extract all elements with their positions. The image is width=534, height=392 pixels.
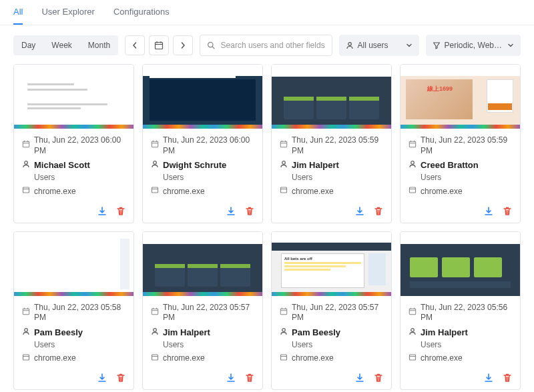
calendar-icon: [280, 140, 288, 151]
screenshot-card[interactable]: All bets are off Thu, Jun 22, 2023 05:57…: [271, 231, 392, 391]
toolbar: Day Week Month All users Periodic, Web…: [0, 25, 534, 64]
delete-button[interactable]: [244, 372, 256, 384]
delete-button[interactable]: [244, 205, 256, 217]
svg-rect-47: [152, 355, 158, 360]
delete-button[interactable]: [501, 372, 513, 384]
user-row: Dwight Schrute: [151, 160, 254, 171]
download-button[interactable]: [225, 205, 237, 217]
user-icon: [409, 160, 417, 171]
app-icon: [22, 186, 30, 197]
user-icon: [280, 327, 288, 339]
app-row: chrome.exe: [22, 186, 125, 197]
search-input[interactable]: [221, 41, 325, 50]
calendar-icon: [409, 307, 417, 319]
svg-point-39: [25, 329, 28, 332]
next-button[interactable]: [173, 35, 193, 55]
calendar-icon: [22, 140, 30, 151]
user-row: Michael Scott: [22, 160, 125, 171]
prev-button[interactable]: [125, 35, 145, 55]
delete-button[interactable]: [372, 205, 384, 217]
download-button[interactable]: [483, 372, 495, 384]
app-name: chrome.exe: [163, 187, 205, 197]
timestamp-row: Thu, Jun 22, 2023 05:59 PM: [409, 135, 512, 156]
calendar-icon: [151, 307, 159, 319]
app-row: chrome.exe: [22, 353, 125, 365]
app-icon: [151, 353, 159, 365]
svg-rect-35: [23, 309, 29, 315]
username: Jim Halpert: [292, 160, 339, 171]
timestamp-row: Thu, Jun 22, 2023 05:58 PM: [22, 303, 125, 323]
time-day-button[interactable]: Day: [13, 35, 43, 55]
user-filter-dropdown[interactable]: All users: [339, 35, 419, 56]
user-row: Pam Beesly: [22, 327, 125, 339]
screenshot-card[interactable]: 線上1699 Thu, Jun 22, 2023 05:59 PM Creed …: [400, 64, 521, 223]
time-range-group: Day Week Month: [13, 35, 118, 55]
app-name: chrome.exe: [421, 353, 463, 364]
svg-rect-61: [410, 355, 416, 360]
user-row: Jim Halpert: [151, 327, 254, 339]
tab-user-explorer[interactable]: User Explorer: [41, 7, 94, 25]
username: Jim Halpert: [163, 327, 210, 339]
svg-rect-49: [280, 309, 286, 315]
delete-button[interactable]: [372, 372, 384, 384]
download-button[interactable]: [96, 205, 108, 217]
calendar-icon: [151, 140, 159, 151]
timestamp: Thu, Jun 22, 2023 05:57 PM: [163, 303, 254, 323]
app-name: chrome.exe: [292, 353, 334, 364]
svg-point-60: [411, 329, 415, 332]
download-button[interactable]: [354, 205, 366, 217]
tab-configurations[interactable]: Configurations: [113, 7, 170, 25]
username: Dwight Schrute: [163, 160, 226, 171]
screenshot-card[interactable]: Thu, Jun 22, 2023 06:00 PM Michael Scott…: [13, 64, 134, 223]
app-icon: [280, 186, 288, 197]
svg-point-11: [25, 161, 28, 165]
app-icon: [22, 353, 30, 365]
time-week-button[interactable]: Week: [43, 35, 79, 55]
timestamp-row: Thu, Jun 22, 2023 05:56 PM: [409, 303, 512, 323]
chevron-down-icon: [507, 42, 514, 49]
tab-all[interactable]: All: [13, 7, 23, 25]
time-month-button[interactable]: Month: [80, 35, 118, 55]
download-button[interactable]: [354, 372, 366, 384]
download-button[interactable]: [96, 372, 108, 384]
svg-rect-12: [23, 187, 29, 193]
svg-rect-42: [152, 309, 158, 315]
svg-rect-56: [409, 309, 415, 315]
timestamp-row: Thu, Jun 22, 2023 05:59 PM: [280, 135, 383, 156]
timestamp: Thu, Jun 22, 2023 05:59 PM: [421, 135, 512, 156]
search-box[interactable]: [200, 35, 332, 56]
screenshot-grid: Thu, Jun 22, 2023 06:00 PM Michael Scott…: [0, 64, 534, 392]
screenshot-card[interactable]: Thu, Jun 22, 2023 05:58 PM Pam Beesly Us…: [13, 231, 134, 391]
user-row: Pam Beesly: [280, 327, 383, 339]
app-icon: [280, 353, 288, 365]
screenshot-card[interactable]: Thu, Jun 22, 2023 06:00 PM Dwight Schrut…: [142, 64, 263, 223]
type-filter-dropdown[interactable]: Periodic, Web…: [426, 35, 521, 56]
username: Jim Halpert: [421, 327, 468, 339]
chevron-right-icon: [180, 42, 186, 49]
calendar-icon: [409, 140, 417, 151]
svg-point-18: [154, 161, 157, 165]
user-icon: [151, 160, 159, 171]
svg-point-32: [411, 161, 415, 165]
app-name: chrome.exe: [292, 187, 334, 197]
download-button[interactable]: [225, 372, 237, 384]
date-nav-group: [125, 35, 193, 55]
screenshot-card[interactable]: Thu, Jun 22, 2023 05:59 PM Jim Halpert U…: [271, 64, 392, 223]
delete-button[interactable]: [115, 205, 127, 217]
user-group: Users: [34, 340, 125, 349]
svg-rect-26: [281, 187, 287, 193]
user-row: Jim Halpert: [280, 160, 383, 171]
screenshot-card[interactable]: Thu, Jun 22, 2023 05:57 PM Jim Halpert U…: [142, 231, 263, 391]
download-button[interactable]: [483, 205, 495, 217]
screenshot-card[interactable]: Thu, Jun 22, 2023 05:56 PM Jim Halpert U…: [400, 231, 521, 391]
svg-rect-21: [280, 141, 286, 147]
app-row: chrome.exe: [280, 353, 383, 365]
delete-button[interactable]: [115, 372, 127, 384]
type-filter-label: Periodic, Web…: [445, 41, 502, 50]
svg-rect-54: [281, 355, 287, 360]
timestamp: Thu, Jun 22, 2023 05:56 PM: [421, 303, 512, 323]
user-filter-label: All users: [358, 41, 388, 50]
delete-button[interactable]: [501, 205, 513, 217]
calendar-button[interactable]: [149, 35, 169, 55]
svg-rect-33: [410, 187, 416, 193]
